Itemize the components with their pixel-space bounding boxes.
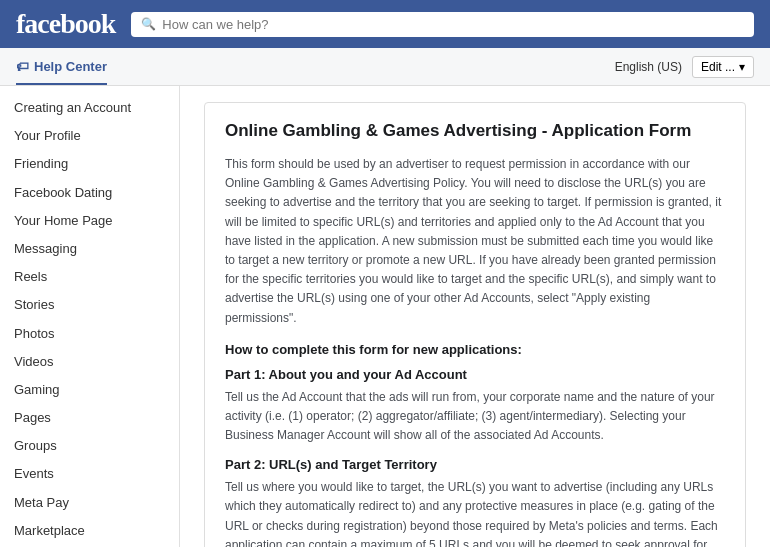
bookmark-icon: 🏷: [16, 59, 29, 74]
subheader-right: English (US) Edit ... ▾: [615, 56, 754, 78]
sidebar-item-messaging[interactable]: Messaging: [0, 235, 179, 263]
page-header: facebook 🔍: [0, 0, 770, 48]
sidebar-item-photos[interactable]: Photos: [0, 320, 179, 348]
article-box: Online Gambling & Games Advertising - Ap…: [204, 102, 746, 547]
edit-button[interactable]: Edit ... ▾: [692, 56, 754, 78]
help-center-label: Help Center: [34, 59, 107, 74]
part1-body: Tell us the Ad Account that the ads will…: [225, 388, 725, 446]
help-center-link[interactable]: 🏷 Help Center: [16, 48, 107, 85]
sidebar-item-apps[interactable]: Apps: [0, 545, 179, 547]
content-area: Online Gambling & Games Advertising - Ap…: [180, 86, 770, 547]
sidebar-item-your-home-page[interactable]: Your Home Page: [0, 207, 179, 235]
sidebar: Creating an AccountYour ProfileFriending…: [0, 86, 180, 547]
sidebar-item-reels[interactable]: Reels: [0, 263, 179, 291]
facebook-logo: facebook: [16, 8, 115, 40]
article-intro: This form should be used by an advertise…: [225, 155, 725, 328]
sidebar-item-videos[interactable]: Videos: [0, 348, 179, 376]
search-icon: 🔍: [141, 17, 156, 31]
language-label: English (US): [615, 60, 682, 74]
sidebar-item-creating-account[interactable]: Creating an Account: [0, 94, 179, 122]
how-to-heading: How to complete this form for new applic…: [225, 342, 725, 357]
sidebar-item-groups[interactable]: Groups: [0, 432, 179, 460]
sidebar-item-stories[interactable]: Stories: [0, 291, 179, 319]
part2-heading: Part 2: URL(s) and Target Territory: [225, 457, 725, 472]
search-bar[interactable]: 🔍: [131, 12, 754, 37]
sidebar-item-facebook-dating[interactable]: Facebook Dating: [0, 179, 179, 207]
sidebar-item-marketplace[interactable]: Marketplace: [0, 517, 179, 545]
sidebar-item-pages[interactable]: Pages: [0, 404, 179, 432]
article-title: Online Gambling & Games Advertising - Ap…: [225, 121, 725, 141]
sidebar-item-meta-pay[interactable]: Meta Pay: [0, 489, 179, 517]
search-input[interactable]: [162, 17, 744, 32]
sidebar-item-your-profile[interactable]: Your Profile: [0, 122, 179, 150]
sidebar-item-events[interactable]: Events: [0, 460, 179, 488]
edit-label: Edit ...: [701, 60, 735, 74]
part2-body: Tell us where you would like to target, …: [225, 478, 725, 547]
sidebar-item-gaming[interactable]: Gaming: [0, 376, 179, 404]
part1-heading: Part 1: About you and your Ad Account: [225, 367, 725, 382]
sidebar-item-friending[interactable]: Friending: [0, 150, 179, 178]
subheader: 🏷 Help Center English (US) Edit ... ▾: [0, 48, 770, 86]
chevron-down-icon: ▾: [739, 60, 745, 74]
main-layout: Creating an AccountYour ProfileFriending…: [0, 86, 770, 547]
